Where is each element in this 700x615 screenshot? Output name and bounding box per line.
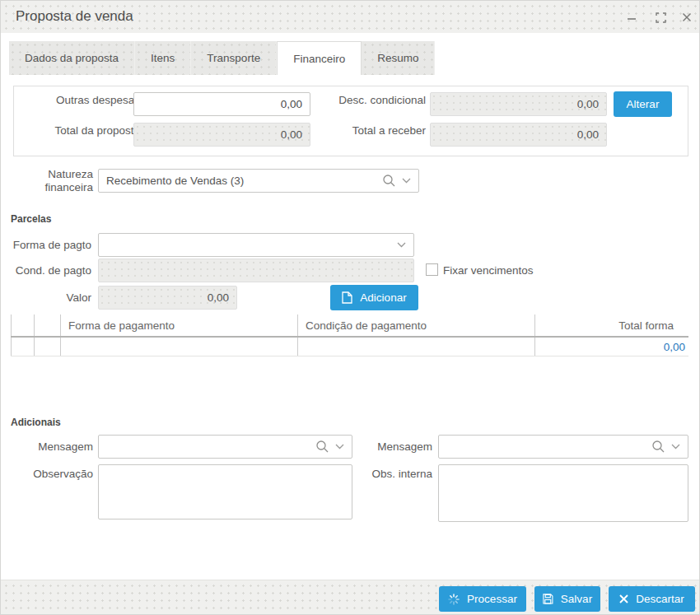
valor-input — [98, 286, 237, 310]
total-row-cell-empty-3 — [60, 338, 297, 356]
mensagem-right-label: Mensagem — [314, 440, 432, 453]
parcelas-table: Forma de pagamento Condição de pagamento… — [11, 314, 688, 356]
header-cell-empty-2 — [34, 314, 60, 336]
total-da-proposta-label: Total da proposta — [2, 124, 140, 137]
spinner-icon — [448, 594, 460, 605]
desc-condicional-input — [430, 92, 607, 116]
header-total-forma: Total forma — [534, 314, 688, 336]
cond-de-pagto-label: Cond. de pagto — [1, 264, 91, 277]
obs-interna-label: Obs. interna — [314, 468, 432, 480]
header-forma-de-pagamento: Forma de pagamento — [60, 314, 297, 336]
save-icon — [543, 594, 553, 604]
natureza-financeira-label: Natureza financeira — [9, 168, 93, 194]
x-icon — [619, 594, 628, 603]
tab-dados-da-proposta[interactable]: Dados da proposta — [9, 41, 135, 75]
total-row-cell-empty-2 — [34, 338, 60, 356]
outras-despesas-input[interactable] — [133, 92, 310, 116]
header-condicao-de-pagamento: Condição de pagamento — [297, 314, 534, 336]
obs-interna-textarea[interactable] — [438, 464, 688, 522]
observacao-label: Observação — [1, 468, 93, 480]
desc-condicional-label: Desc. condicional — [298, 94, 426, 106]
mensagem-left-label: Mensagem — [1, 440, 93, 453]
document-add-icon — [342, 291, 352, 304]
totals-groupbox: Outras despesas Desc. condicional Altera… — [13, 86, 688, 156]
chevron-down-icon[interactable] — [402, 178, 411, 184]
parcelas-total-row: 0,00 — [11, 338, 688, 356]
total-da-proposta-input — [133, 123, 310, 147]
chevron-down-icon[interactable] — [671, 444, 680, 450]
titlebar: Proposta de venda — [1, 1, 700, 33]
fixar-vencimentos-label: Fixar vencimentos — [443, 264, 534, 277]
alterar-button[interactable]: Alterar — [614, 91, 672, 117]
tab-itens[interactable]: Itens — [135, 41, 191, 75]
total-forma-value: 0,00 — [534, 338, 688, 356]
forma-de-pagto-label: Forma de pagto — [1, 239, 91, 251]
valor-label: Valor — [1, 291, 91, 304]
total-a-receber-label: Total a receber — [298, 124, 426, 137]
tabstrip: Dados da proposta Itens Transporte Finan… — [9, 41, 435, 75]
tab-financeiro[interactable]: Financeiro — [277, 41, 362, 75]
search-icon[interactable] — [651, 440, 665, 454]
header-cell-empty-1 — [11, 314, 34, 336]
natureza-financeira-value: Recebimento de Vendas (3) — [106, 175, 382, 187]
fixar-vencimentos-checkbox[interactable] — [426, 263, 438, 276]
window-title: Proposta de venda — [16, 8, 133, 25]
search-icon[interactable] — [382, 174, 396, 188]
close-icon[interactable] — [679, 10, 694, 25]
maximize-icon[interactable] — [653, 10, 668, 25]
footer-bar: Processar Salvar Descartar — [1, 580, 700, 615]
chevron-down-icon[interactable] — [397, 242, 406, 248]
mensagem-right-lookup[interactable] — [438, 435, 688, 459]
outras-despesas-label: Outras despesas — [2, 94, 140, 106]
proposta-de-venda-window: Proposta de venda Dados da proposta Iten… — [0, 0, 700, 615]
tab-resumo[interactable]: Resumo — [362, 41, 435, 75]
discard-x-icon-button[interactable]: Descartar — [609, 586, 695, 612]
tab-transporte[interactable]: Transporte — [191, 41, 277, 75]
parcelas-table-header: Forma de pagamento Condição de pagamento… — [11, 314, 688, 338]
forma-de-pagto-select[interactable] — [98, 233, 414, 257]
minimize-icon[interactable] — [624, 10, 639, 25]
processar-button[interactable]: Processar — [439, 586, 526, 612]
salvar-button[interactable]: Salvar — [534, 586, 600, 612]
parcelas-section-label: Parcelas — [11, 213, 51, 225]
total-row-cell-empty-4 — [297, 338, 534, 356]
total-row-cell-empty-1 — [11, 338, 34, 356]
natureza-financeira-lookup[interactable]: Recebimento de Vendas (3) — [98, 169, 419, 193]
cond-de-pagto-input — [98, 259, 414, 282]
adicionais-section-label: Adicionais — [11, 417, 61, 428]
adicionar-button[interactable]: Adicionar — [330, 285, 418, 310]
total-a-receber-input — [430, 123, 607, 147]
